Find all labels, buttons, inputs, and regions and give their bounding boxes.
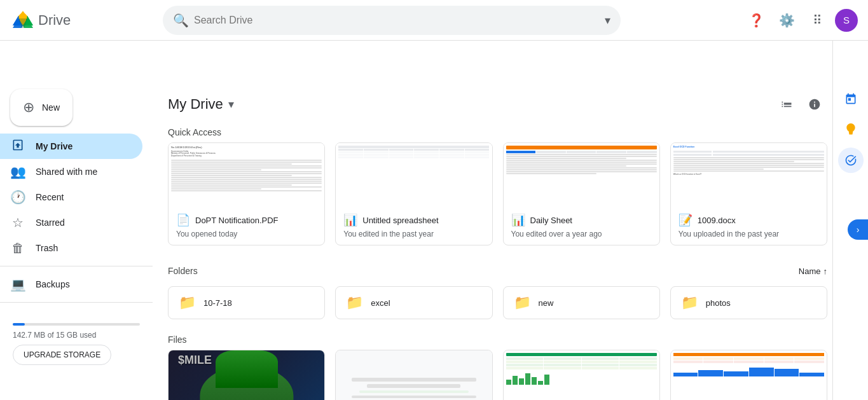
files-grid: $MILE: [168, 350, 827, 400]
folder-icon-0: 📁: [179, 294, 196, 311]
sidebar-item-trash[interactable]: 🗑 Trash: [0, 235, 142, 261]
file-thumb-sheet-2: [671, 350, 827, 400]
plus-icon: ⊕: [23, 99, 34, 116]
logo-area: Drive: [10, 8, 163, 33]
calendar-button[interactable]: [838, 86, 864, 112]
card-thumb-1: [336, 143, 492, 207]
sidebar-item-backups[interactable]: 💻 Backups: [0, 272, 142, 297]
sort-arrow-icon: ↑: [823, 266, 828, 276]
file-thumb-card-0[interactable]: $MILE: [168, 350, 325, 400]
keep-button[interactable]: [838, 117, 864, 142]
tasks-button[interactable]: [838, 148, 864, 173]
storage-text: 142.7 MB of 15 GB used: [13, 331, 140, 340]
starred-icon: ☆: [10, 215, 25, 230]
sort-label: Name: [799, 266, 821, 276]
storage-bar-fill: [13, 323, 25, 326]
topbar: Drive 🔍 ▾ ❓ ⚙️ ⠿ S: [0, 0, 868, 41]
upgrade-storage-button[interactable]: UPGRADE STORAGE: [13, 345, 111, 365]
sidebar-item-my-drive-label: My Drive: [36, 141, 72, 151]
card-name-0: DoPT Notification.PDF: [195, 216, 279, 225]
sidebar-item-shared-with-me[interactable]: 👥 Shared with me: [0, 159, 142, 184]
sort-control[interactable]: Name ↑: [799, 266, 827, 276]
list-view-button[interactable]: [774, 92, 799, 117]
card-date-0: You opened today: [176, 230, 317, 238]
new-button[interactable]: ⊕ New: [10, 89, 72, 126]
sidebar: ⊕ New My Drive 👥 Shared with me 🕐 Recent…: [0, 41, 153, 400]
help-button[interactable]: ❓: [743, 8, 769, 33]
sidebar-item-recent-label: Recent: [36, 192, 64, 202]
topbar-actions: ❓ ⚙️ ⠿ S: [743, 8, 858, 33]
card-date-1: You edited in the past year: [343, 230, 484, 238]
page-title-dropdown-icon[interactable]: ▾: [228, 97, 234, 111]
files-title: Files: [168, 329, 827, 350]
collapse-panel-button[interactable]: ›: [848, 219, 868, 240]
sidebar-item-my-drive[interactable]: My Drive: [0, 134, 142, 159]
card-name-1: Untitled spreadsheet: [362, 216, 438, 225]
card-name-row-2: 📊 Daily Sheet: [511, 213, 652, 227]
quick-access-card-0[interactable]: No.14019/1/2019-Est.(Res) Government of …: [168, 142, 325, 245]
drive-logo-icon: [10, 8, 36, 33]
info-button[interactable]: [802, 92, 827, 117]
main-content: My Drive ▾ Quick Access No.14019/1/2019-…: [153, 41, 832, 400]
search-bar[interactable]: 🔍 ▾: [163, 6, 621, 35]
folders-title: Folders: [168, 261, 198, 281]
card-info-3: 📝 1009.docx You uploaded in the past yea…: [671, 207, 827, 245]
quick-access-card-2[interactable]: 📊 Daily Sheet You edited over a year ago: [503, 142, 660, 245]
quick-access-card-3[interactable]: Excel OCD Function: [670, 142, 827, 245]
storage-bar-bg: [13, 323, 140, 326]
search-icon: 🔍: [173, 13, 189, 28]
nav-divider: [0, 266, 153, 266]
folder-name-2: new: [539, 298, 554, 308]
settings-button[interactable]: ⚙️: [774, 8, 799, 33]
card-thumb-2: [504, 143, 659, 207]
app-name: Drive: [38, 12, 71, 29]
folder-item-3[interactable]: 📁 photos: [670, 286, 827, 319]
sidebar-item-shared-label: Shared with me: [36, 167, 97, 177]
shared-icon: 👥: [10, 164, 25, 179]
right-sidebar: ›: [832, 41, 868, 400]
sheets-icon-2: 📊: [511, 213, 525, 227]
card-thumb-0: No.14019/1/2019-Est.(Res) Government of …: [169, 143, 324, 207]
folder-name-1: excel: [371, 298, 390, 308]
folder-item-1[interactable]: 📁 excel: [335, 286, 492, 319]
doc-preview-pdf: No.14019/1/2019-Est.(Res) Government of …: [169, 143, 324, 207]
avatar[interactable]: S: [835, 9, 858, 32]
card-name-3: 1009.docx: [698, 216, 736, 225]
sidebar-item-starred-label: Starred: [36, 217, 65, 228]
page-title: My Drive: [168, 96, 223, 113]
folders-grid: 📁 10-7-18 📁 excel 📁 new 📁 photos: [168, 286, 827, 319]
folder-item-2[interactable]: 📁 new: [503, 286, 660, 319]
file-thumb-card-3[interactable]: [670, 350, 827, 400]
apps-button[interactable]: ⠿: [804, 8, 830, 33]
sidebar-item-trash-label: Trash: [36, 243, 58, 253]
card-name-row-1: 📊 Untitled spreadsheet: [343, 213, 484, 227]
card-name-row-3: 📝 1009.docx: [679, 213, 819, 227]
file-thumb-card-2[interactable]: [503, 350, 660, 400]
sidebar-item-recent[interactable]: 🕐 Recent: [0, 184, 142, 210]
card-date-3: You uploaded in the past year: [679, 230, 819, 238]
file-thumb-card-1[interactable]: [335, 350, 492, 400]
trash-icon: 🗑: [10, 241, 25, 256]
backups-icon: 💻: [10, 277, 25, 292]
sidebar-item-starred[interactable]: ☆ Starred: [0, 210, 142, 235]
quick-access-card-1[interactable]: 📊 Untitled spreadsheet You edited in the…: [335, 142, 492, 245]
card-date-2: You edited over a year ago: [511, 230, 652, 238]
file-thumb-placeholder-1: [336, 350, 492, 400]
file-photo-thumb: $MILE: [169, 350, 324, 400]
folder-name-0: 10-7-18: [203, 298, 232, 308]
folder-icon-1: 📁: [346, 294, 363, 311]
sheets-icon-1: 📊: [343, 213, 357, 227]
nav-divider-2: [0, 302, 153, 303]
folder-item-0[interactable]: 📁 10-7-18: [168, 286, 325, 319]
folder-icon-3: 📁: [681, 294, 698, 311]
view-controls: [774, 92, 827, 117]
my-drive-icon: [10, 139, 25, 155]
card-info-0: 📄 DoPT Notification.PDF You opened today: [169, 207, 324, 245]
card-name-2: Daily Sheet: [530, 216, 572, 225]
card-name-row-0: 📄 DoPT Notification.PDF: [176, 213, 317, 227]
card-thumb-3: Excel OCD Function: [671, 143, 827, 207]
search-input[interactable]: [194, 15, 600, 26]
pdf-icon-0: 📄: [176, 213, 190, 227]
search-dropdown-icon[interactable]: ▾: [605, 13, 610, 27]
page-title-row: My Drive ▾: [168, 81, 827, 117]
